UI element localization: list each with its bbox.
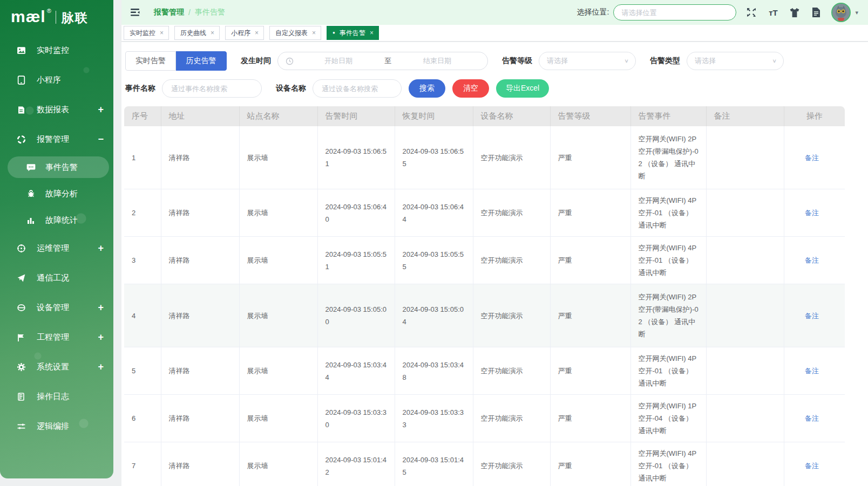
tab-event-alarm[interactable]: ● 事件告警 × xyxy=(327,26,379,40)
cell-seq: 7 xyxy=(124,442,161,486)
tab-history-curve[interactable]: 历史曲线 × xyxy=(174,26,220,40)
clear-button[interactable]: 清空 xyxy=(452,79,489,98)
font-size-icon[interactable]: тT xyxy=(767,6,779,19)
table-row: 7清祥路展示墙2024-09-03 15:01:422024-09-03 15:… xyxy=(124,442,845,486)
cell-device: 空开功能演示 xyxy=(473,126,550,189)
cell-station: 展示墙 xyxy=(239,395,317,442)
date-range-picker[interactable]: 开始日期 至 结束日期 xyxy=(277,52,488,70)
tab-custom-report[interactable]: 自定义报表 × xyxy=(269,26,321,40)
col-event: 告警事件 xyxy=(630,106,706,126)
cell-recover_time: 2024-09-03 15:03:33 xyxy=(395,395,473,442)
tab-close-icon[interactable]: × xyxy=(255,29,259,37)
sidebar-item-ops-management[interactable]: 运维管理 + xyxy=(0,234,113,263)
expand-plus-icon[interactable]: + xyxy=(98,243,104,254)
col-station: 站点名称 xyxy=(239,106,317,126)
cell-remark xyxy=(706,442,784,486)
sidebar-item-device-management[interactable]: 设备管理 + xyxy=(0,293,113,323)
row-remark-link[interactable]: 备注 xyxy=(805,414,819,422)
tab-close-icon[interactable]: × xyxy=(160,29,164,37)
cell-station: 展示墙 xyxy=(239,126,317,189)
col-remark: 备注 xyxy=(706,106,784,126)
realtime-alarm-button[interactable]: 实时告警 xyxy=(125,51,176,71)
cell-level: 严重 xyxy=(550,126,630,189)
location-label: 选择位置: xyxy=(577,8,609,17)
row-remark-link[interactable]: 备注 xyxy=(805,154,819,162)
user-avatar[interactable] xyxy=(831,3,851,22)
select-placeholder: 请选择 xyxy=(695,56,772,66)
cell-event: 空开网关(WIFI) 2P空开(带漏电保护)-02 （设备） 通讯中断 xyxy=(630,284,706,347)
sidebar-item-label: 报警管理 xyxy=(37,134,98,145)
cell-seq: 4 xyxy=(124,284,161,347)
sidebar-item-data-report[interactable]: 数据报表 + xyxy=(0,95,113,125)
sidebar-item-mini-program[interactable]: 小程序 xyxy=(0,65,113,95)
tab-close-icon[interactable]: × xyxy=(211,29,214,37)
row-remark-link[interactable]: 备注 xyxy=(805,462,819,470)
alarm-table: 序号 地址 站点名称 告警时间 恢复时间 设备名称 告警等级 告警事件 备注 操… xyxy=(124,106,845,486)
breadcrumb-section[interactable]: 报警管理 xyxy=(154,8,184,17)
cell-addr: 清祥路 xyxy=(161,395,239,442)
chevron-down-icon: ∨ xyxy=(772,58,777,64)
row-remark-link[interactable]: 备注 xyxy=(805,256,819,264)
cell-station: 展示墙 xyxy=(239,237,317,284)
sidebar-item-logic-orchestration[interactable]: 逻辑编排 xyxy=(0,412,113,441)
sidebar-item-alarm-management[interactable]: 报警管理 − xyxy=(0,125,113,154)
row-remark-link[interactable]: 备注 xyxy=(805,367,819,375)
cell-event: 空开网关(WIFI) 4P空开-01 （设备） 通讯中断 xyxy=(630,442,706,486)
expand-plus-icon[interactable]: + xyxy=(98,302,104,313)
sidebar-item-event-alarm[interactable]: 事件告警 xyxy=(0,154,113,181)
document-icon[interactable] xyxy=(810,6,823,19)
row-remark-link[interactable]: 备注 xyxy=(805,209,819,217)
row-remark-link[interactable]: 备注 xyxy=(805,312,819,320)
event-name-input[interactable] xyxy=(162,79,262,98)
menu-fold-icon[interactable] xyxy=(128,5,142,19)
alarm-level-select[interactable]: 请选择 ∨ xyxy=(539,52,636,70)
col-level: 告警等级 xyxy=(550,106,630,126)
sidebar-item-realtime-monitor[interactable]: 实时监控 xyxy=(0,36,113,65)
sidebar-item-fault-analysis[interactable]: 故障分析 xyxy=(0,181,113,207)
sidebar-item-operation-log[interactable]: 操作日志 xyxy=(0,382,113,412)
sidebar-item-comm-status[interactable]: 通信工况 xyxy=(0,263,113,293)
expand-plus-icon[interactable]: + xyxy=(98,361,104,373)
theme-tshirt-icon[interactable] xyxy=(788,6,801,19)
cell-event: 空开网关(WIFI) 4P空开-01 （设备） 通讯中断 xyxy=(630,237,706,284)
cell-level: 严重 xyxy=(550,347,630,395)
table-row: 1清祥路展示墙2024-09-03 15:06:512024-09-03 15:… xyxy=(124,126,845,189)
cell-level: 严重 xyxy=(550,395,630,442)
sliders-icon xyxy=(16,422,26,432)
device-name-input[interactable] xyxy=(313,79,402,98)
brand-name: 脉联 xyxy=(62,10,89,26)
avatar-dropdown-caret-icon[interactable]: ▾ xyxy=(855,9,858,16)
alarm-level-label: 告警等级 xyxy=(502,56,532,66)
start-date-placeholder: 开始日期 xyxy=(296,56,381,66)
alarm-type-select[interactable]: 请选择 ∨ xyxy=(687,52,784,70)
cell-level: 严重 xyxy=(550,189,630,237)
tab-close-icon[interactable]: × xyxy=(370,29,374,37)
table-row: 6清祥路展示墙2024-09-03 15:03:302024-09-03 15:… xyxy=(124,395,845,442)
collapse-minus-icon[interactable]: − xyxy=(98,134,104,145)
tab-mini-program[interactable]: 小程序 × xyxy=(225,26,264,40)
occur-time-label: 发生时间 xyxy=(241,56,271,66)
cell-device: 空开功能演示 xyxy=(473,442,550,486)
history-alarm-button[interactable]: 历史告警 xyxy=(176,51,227,71)
fullscreen-icon[interactable] xyxy=(745,6,758,19)
search-button[interactable]: 搜索 xyxy=(409,79,445,98)
filter-row-2: 事件名称 设备名称 搜索 清空 导出Excel xyxy=(125,79,868,98)
location-input[interactable] xyxy=(613,4,736,20)
table-row: 3清祥路展示墙2024-09-03 15:05:512024-09-03 15:… xyxy=(124,237,845,284)
clock-icon xyxy=(286,57,294,65)
tab-label: 历史曲线 xyxy=(180,29,206,38)
breadcrumb: 报警管理 / 事件告警 xyxy=(154,8,225,17)
cell-action: 备注 xyxy=(784,347,845,395)
sidebar-item-project-management[interactable]: 工程管理 + xyxy=(0,323,113,352)
sidebar-item-fault-statistics[interactable]: 故障统计 xyxy=(0,207,113,234)
expand-plus-icon[interactable]: + xyxy=(98,104,104,115)
tab-realtime-monitor[interactable]: 实时监控 × xyxy=(124,26,169,40)
col-alarm-time: 告警时间 xyxy=(317,106,395,126)
cell-action: 备注 xyxy=(784,442,845,486)
cell-alarm_time: 2024-09-03 15:06:51 xyxy=(317,126,395,189)
export-excel-button[interactable]: 导出Excel xyxy=(496,79,549,98)
expand-plus-icon[interactable]: + xyxy=(98,332,104,343)
tab-close-icon[interactable]: × xyxy=(312,29,316,37)
cell-seq: 5 xyxy=(124,347,161,395)
sidebar-item-system-settings[interactable]: 系统设置 + xyxy=(0,352,113,382)
